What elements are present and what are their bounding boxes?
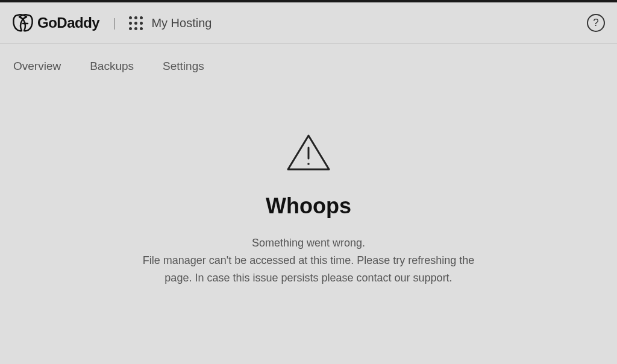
tab-bar: Overview Backups Settings [0, 44, 617, 85]
tab-settings[interactable]: Settings [163, 60, 204, 73]
app-switcher[interactable]: My Hosting [129, 16, 211, 30]
godaddy-logo-icon [12, 13, 34, 33]
apps-grid-icon [129, 16, 143, 30]
error-title: Whoops [266, 193, 351, 219]
header-divider: | [113, 16, 116, 30]
warning-triangle-icon [284, 132, 333, 177]
brand-logo[interactable]: GoDaddy [12, 13, 99, 33]
help-button[interactable]: ? [587, 14, 605, 32]
tab-overview[interactable]: Overview [13, 60, 61, 73]
error-panel: Whoops Something went wrong. File manage… [0, 132, 617, 286]
error-message-line2: File manager can't be accessed at this t… [143, 252, 475, 269]
error-message-line3: page. In case this issue persists please… [164, 269, 452, 287]
help-icon: ? [593, 17, 598, 29]
brand-name: GoDaddy [37, 14, 99, 31]
error-message-line1: Something went wrong. [252, 234, 365, 252]
svg-point-1 [307, 163, 310, 165]
app-name: My Hosting [151, 16, 211, 30]
header: GoDaddy | My Hosting ? [0, 2, 617, 44]
tab-backups[interactable]: Backups [90, 60, 134, 73]
